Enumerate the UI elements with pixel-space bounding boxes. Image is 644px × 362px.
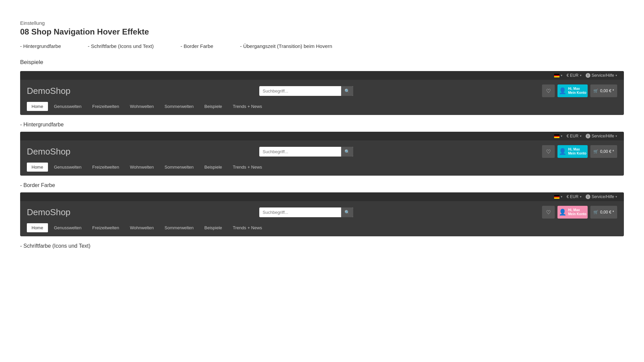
shop-icons-1: ♡ 👤 Hi, Max Mein Konto 🛒 0,00 € * [542, 84, 617, 97]
service-label-2: Service/Hilfe [592, 134, 614, 138]
flag-chevron-1: ▾ [561, 74, 562, 77]
currency-label-3: € EUR [567, 194, 578, 199]
main-bar-2: DemoShop 🔍 ♡ 👤 Hi, Max Mein Konto 🛒 0,00 [20, 140, 624, 163]
service-chevron-3: ▾ [615, 195, 617, 198]
section-label-1: - Hintergrundfarbe [20, 122, 624, 128]
setting-3: - Border Farbe [180, 43, 213, 49]
demo-block-2: ▾ € EUR ▾ i Service/Hilfe ▾ DemoShop 🔍 ♡ [20, 132, 624, 176]
demo-block-3: ▾ € EUR ▾ i Service/Hilfe ▾ DemoShop 🔍 ♡ [20, 192, 624, 236]
wishlist-button-1[interactable]: ♡ [542, 84, 555, 97]
nav-genuss-1[interactable]: Genusswelten [49, 102, 86, 111]
info-icon-1: i [586, 73, 590, 78]
nav-home-1[interactable]: Home [27, 102, 48, 111]
flag-item-3[interactable]: ▾ [554, 195, 562, 199]
main-bar-1: DemoShop 🔍 ♡ 👤 Hi, Max Mein Konto 🛒 0,00 [20, 80, 624, 102]
wishlist-button-2[interactable]: ♡ [542, 145, 555, 158]
nav-trends-2[interactable]: Trends + News [228, 163, 267, 172]
flag-item-1[interactable]: ▾ [554, 74, 562, 77]
account-icon-3: 👤 [559, 208, 566, 216]
nav-home-2[interactable]: Home [27, 163, 48, 172]
nav-sommer-1[interactable]: Sommerwelten [160, 102, 199, 111]
currency-item-1[interactable]: € EUR ▾ [567, 73, 581, 78]
nav-1: Home Genusswelten Freizeitwelten Wohnwel… [20, 102, 624, 115]
search-box-3[interactable]: 🔍 [259, 207, 353, 217]
cart-icon-2: 🛒 [593, 149, 598, 154]
nav-wohn-3[interactable]: Wohnwelten [125, 223, 158, 232]
logo-2: DemoShop [27, 146, 70, 157]
search-button-2[interactable]: 🔍 [341, 147, 353, 157]
currency-label-2: € EUR [567, 134, 578, 138]
flag-chevron-2: ▾ [561, 134, 562, 138]
search-input-3[interactable] [259, 207, 341, 217]
nav-sommer-2[interactable]: Sommerwelten [160, 163, 199, 172]
nav-genuss-3[interactable]: Genusswelten [49, 223, 86, 232]
search-box-2[interactable]: 🔍 [259, 147, 353, 157]
flag-icon-2 [554, 134, 559, 138]
demo-block-1: ▾ € EUR ▾ i Service/Hilfe ▾ DemoShop 🔍 ♡ [20, 71, 624, 115]
nav-home-3[interactable]: Home [27, 223, 48, 232]
page-label: Einstellung [20, 20, 624, 26]
account-button-2[interactable]: 👤 Hi, Max Mein Konto [557, 145, 588, 158]
cart-button-1[interactable]: 🛒 0,00 € * [590, 84, 617, 97]
nav-genuss-2[interactable]: Genusswelten [49, 163, 86, 172]
nav-beispiele-1[interactable]: Beispiele [200, 102, 227, 111]
account-button-3[interactable]: 👤 Hi, Max Mein Konto [557, 206, 588, 219]
logo-1: DemoShop [27, 86, 70, 96]
nav-freizeit-2[interactable]: Freizeitwelten [88, 163, 124, 172]
shop-icons-3: ♡ 👤 Hi, Max Mein Konto 🛒 0,00 € * [542, 206, 617, 219]
flag-item-2[interactable]: ▾ [554, 134, 562, 138]
account-text-2: Hi, Max Mein Konto [568, 147, 586, 156]
nav-freizeit-1[interactable]: Freizeitwelten [88, 102, 124, 111]
setting-2: - Schriftfarbe (Icons und Text) [88, 43, 154, 49]
cart-icon-1: 🛒 [593, 88, 598, 93]
page-title: 08 Shop Navigation Hover Effekte [20, 27, 624, 37]
account-button-1[interactable]: 👤 Hi, Max Mein Konto [557, 84, 588, 97]
search-input-1[interactable] [259, 86, 341, 96]
service-item-1[interactable]: i Service/Hilfe ▾ [586, 73, 617, 78]
search-input-2[interactable] [259, 147, 341, 157]
info-icon-2: i [586, 134, 590, 138]
settings-row: - Hintergrundfarbe - Schriftfarbe (Icons… [20, 43, 624, 49]
service-item-2[interactable]: i Service/Hilfe ▾ [586, 134, 617, 138]
currency-chevron-3: ▾ [580, 195, 582, 198]
cart-button-3[interactable]: 🛒 0,00 € * [590, 206, 617, 219]
nav-3: Home Genusswelten Freizeitwelten Wohnwel… [20, 223, 624, 236]
section-label-3: - Schriftfarbe (Icons und Text) [20, 243, 624, 249]
flag-chevron-3: ▾ [561, 195, 562, 198]
nav-trends-3[interactable]: Trends + News [228, 223, 267, 232]
shop-preview-3: ▾ € EUR ▾ i Service/Hilfe ▾ DemoShop 🔍 ♡ [20, 192, 624, 236]
shop-icons-2: ♡ 👤 Hi, Max Mein Konto 🛒 0,00 € * [542, 145, 617, 158]
nav-2: Home Genusswelten Freizeitwelten Wohnwel… [20, 163, 624, 176]
search-box-1[interactable]: 🔍 [259, 86, 353, 96]
nav-beispiele-3[interactable]: Beispiele [200, 223, 227, 232]
info-icon-3: i [586, 194, 590, 199]
account-text-3: Hi, Max Mein Konto [568, 208, 586, 216]
service-chevron-2: ▾ [615, 134, 617, 138]
search-button-3[interactable]: 🔍 [341, 207, 353, 217]
nav-wohn-2[interactable]: Wohnwelten [125, 163, 158, 172]
account-icon-2: 👤 [559, 148, 566, 155]
wishlist-button-3[interactable]: ♡ [542, 206, 555, 219]
nav-trends-1[interactable]: Trends + News [228, 102, 267, 111]
cart-total-1: 0,00 € * [600, 88, 614, 93]
service-label-1: Service/Hilfe [592, 73, 614, 78]
service-item-3[interactable]: i Service/Hilfe ▾ [586, 194, 617, 199]
nav-wohn-1[interactable]: Wohnwelten [125, 102, 158, 111]
nav-beispiele-2[interactable]: Beispiele [200, 163, 227, 172]
top-bar-1: ▾ € EUR ▾ i Service/Hilfe ▾ [20, 71, 624, 80]
nav-freizeit-3[interactable]: Freizeitwelten [88, 223, 124, 232]
account-icon-1: 👤 [559, 87, 566, 95]
setting-4: - Übergangszeit (Transition) beim Hovern [240, 43, 332, 49]
currency-chevron-1: ▾ [580, 74, 582, 77]
main-bar-3: DemoShop 🔍 ♡ 👤 Hi, Max Mein Konto 🛒 0,00 [20, 201, 624, 223]
nav-sommer-3[interactable]: Sommerwelten [160, 223, 199, 232]
currency-item-3[interactable]: € EUR ▾ [567, 194, 581, 199]
account-text-1: Hi, Max Mein Konto [568, 87, 586, 95]
shop-preview-1: ▾ € EUR ▾ i Service/Hilfe ▾ DemoShop 🔍 ♡ [20, 71, 624, 115]
examples-label: Beispiele [20, 59, 624, 66]
search-button-1[interactable]: 🔍 [341, 86, 353, 96]
currency-item-2[interactable]: € EUR ▾ [567, 134, 581, 138]
service-chevron-1: ▾ [615, 74, 617, 77]
cart-button-2[interactable]: 🛒 0,00 € * [590, 145, 617, 158]
section-label-2: - Border Farbe [20, 182, 624, 188]
